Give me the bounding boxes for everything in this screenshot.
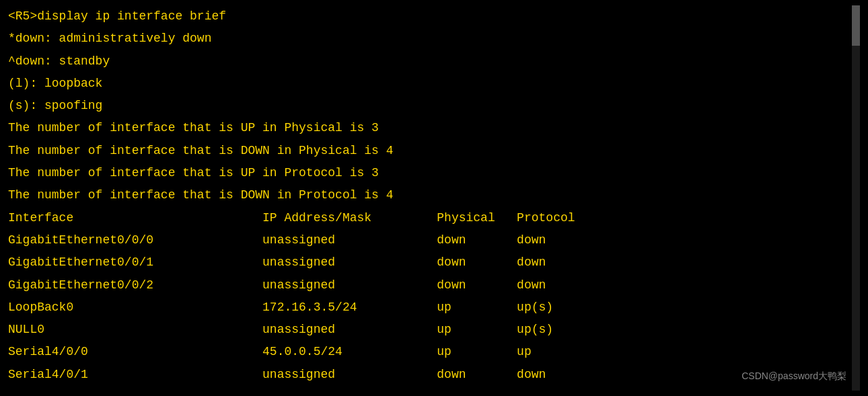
scrollbar-thumb[interactable] — [852, 5, 860, 46]
terminal-line-stat2: The number of interface that is DOWN in … — [8, 140, 860, 162]
terminal-line-row3: GigabitEthernet0/0/2 unassigned down dow… — [8, 274, 860, 296]
terminal-line-stat3: The number of interface that is UP in Pr… — [8, 162, 860, 184]
terminal-line-row4: LoopBack0 172.16.3.5/24 up up(s) — [8, 296, 860, 319]
terminal-line-standby-note: ^down: standby — [8, 50, 860, 73]
terminal-line-row2: GigabitEthernet0/0/1 unassigned down dow… — [8, 251, 860, 274]
terminal-line-row5: NULL0 unassigned up up(s) — [8, 319, 860, 341]
terminal-line-spoofing-note: (s): spoofing — [8, 95, 860, 117]
terminal-line-stat4: The number of interface that is DOWN in … — [8, 184, 860, 206]
terminal-line-row7: Serial4/0/1 unassigned down down — [8, 364, 860, 386]
terminal-line-stat1: The number of interface that is UP in Ph… — [8, 117, 860, 139]
scrollbar[interactable] — [852, 5, 860, 391]
terminal-window: <R5>display ip interface brief*down: adm… — [8, 5, 860, 391]
terminal-line-cmd: <R5>display ip interface brief — [8, 5, 860, 28]
terminal-output: <R5>display ip interface brief*down: adm… — [8, 5, 860, 386]
terminal-line-header: Interface IP Address/Mask Physical Proto… — [8, 207, 860, 229]
terminal-line-row1: GigabitEthernet0/0/0 unassigned down dow… — [8, 229, 860, 251]
watermark: CSDN@password大鸭梨 — [742, 368, 846, 385]
terminal-line-loopback-note: (l): loopback — [8, 73, 860, 95]
terminal-line-down-note: *down: administratively down — [8, 28, 860, 50]
terminal-line-row6: Serial4/0/0 45.0.0.5/24 up up — [8, 341, 860, 363]
